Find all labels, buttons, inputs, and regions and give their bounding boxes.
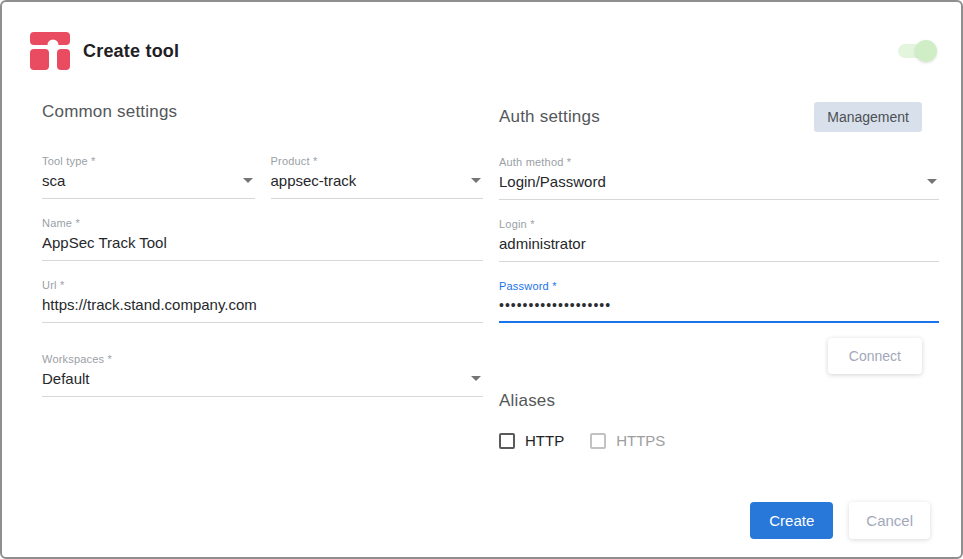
create-tool-dialog: Create tool Common settings Tool type * … [0,0,963,559]
name-label: Name * [42,217,483,229]
http-checkbox-label: HTTP [525,432,564,449]
auth-settings-heading: Auth settings [499,107,600,127]
dialog-footer: Create Cancel [750,502,930,539]
common-settings-section: Common settings Tool type * sca Product … [42,102,483,449]
checkbox-icon [499,433,515,449]
dialog-body: Common settings Tool type * sca Product … [2,102,961,449]
product-select[interactable]: appsec-track [271,172,484,199]
tool-type-field: Tool type * sca [42,155,255,199]
name-field: Name * [42,217,483,261]
aliases-heading: Aliases [499,391,939,411]
login-field: Login * [499,218,939,262]
login-label: Login * [499,218,939,230]
auth-settings-section: Auth settings Management Auth method * L… [499,102,939,449]
connect-button[interactable]: Connect [828,338,922,374]
dialog-header: Create tool [2,2,961,70]
login-control [499,235,939,262]
connect-row: Connect [499,338,939,374]
auth-method-label: Auth method * [499,156,939,168]
url-field: Url * [42,279,483,323]
auth-settings-header: Auth settings Management [499,102,939,132]
product-value: appsec-track [271,172,464,189]
chevron-down-icon [243,178,253,183]
url-label: Url * [42,279,483,291]
url-input[interactable] [42,296,483,313]
common-settings-heading: Common settings [42,102,483,122]
workspaces-label: Workspaces * [42,353,483,365]
tool-type-select[interactable]: sca [42,172,255,199]
tool-type-label: Tool type * [42,155,255,167]
chevron-down-icon [927,179,937,184]
http-checkbox[interactable]: HTTP [499,432,564,449]
https-checkbox-label: HTTPS [616,432,665,449]
url-control [42,296,483,323]
chevron-down-icon [471,376,481,381]
aliases-options: HTTP HTTPS [499,432,939,449]
name-input[interactable] [42,234,483,251]
workspaces-select[interactable]: Default [42,370,483,397]
toggle-knob [915,40,937,62]
management-button[interactable]: Management [814,102,922,132]
product-label: Product * [271,155,484,167]
app-logo-icon [30,32,70,70]
tool-type-value: sca [42,172,235,189]
chevron-down-icon [471,178,481,183]
https-checkbox: HTTPS [590,432,665,449]
product-field: Product * appsec-track [271,155,484,199]
checkbox-icon [590,433,606,449]
password-control [499,297,939,323]
password-field: Password * [499,280,939,323]
auth-method-value: Login/Password [499,173,919,190]
name-control [42,234,483,261]
cancel-button[interactable]: Cancel [849,502,930,539]
login-input[interactable] [499,235,939,252]
auth-method-select[interactable]: Login/Password [499,173,939,200]
auth-method-field: Auth method * Login/Password [499,156,939,200]
tool-product-row: Tool type * sca Product * appsec-track [42,155,483,199]
dialog-title: Create tool [83,41,179,62]
workspaces-value: Default [42,370,463,387]
password-label: Password * [499,280,939,292]
password-input[interactable] [499,297,939,313]
create-button[interactable]: Create [750,502,833,539]
workspaces-field: Workspaces * Default [42,353,483,397]
enabled-toggle[interactable] [898,44,934,58]
